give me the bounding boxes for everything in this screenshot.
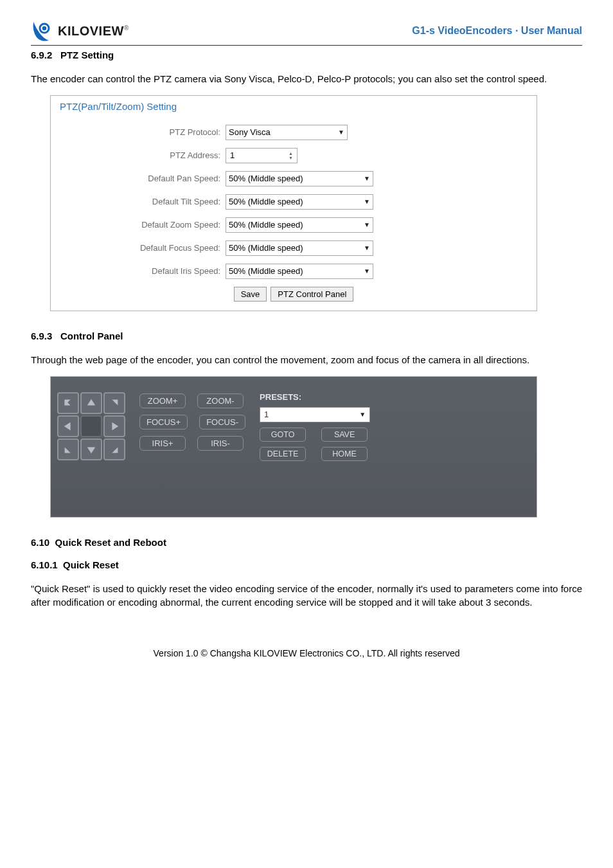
iris-open-button[interactable]: IRIS+ (139, 436, 186, 451)
direction-up-right-button[interactable] (103, 392, 125, 414)
label-iris-speed: Default Iris Speed: (60, 266, 226, 276)
save-button[interactable]: Save (234, 287, 267, 302)
page-footer: Version 1.0 © Changsha KILOVIEW Electron… (31, 648, 582, 658)
preset-goto-button[interactable]: GOTO (260, 428, 306, 442)
logo-text: KILOVIEW® (58, 24, 129, 39)
input-ptz-address[interactable]: 1 ▲▼ (226, 148, 298, 163)
ptz-setting-body: The encoder can control the PTZ camera v… (31, 72, 582, 86)
focus-in-button[interactable]: FOCUS+ (139, 415, 188, 429)
direction-down-button[interactable] (80, 439, 102, 460)
chevron-down-icon: ▼ (364, 267, 370, 275)
control-panel-body: Through the web page of the encoder, you… (31, 353, 582, 367)
ptz-control-panel: ZOOM+ ZOOM- FOCUS+ FOCUS- IRIS+ IRIS- PR… (50, 376, 537, 518)
section-quick-reset-reboot: 6.10 Quick Reset and Reboot (31, 537, 582, 548)
label-zoom-speed: Default Zoom Speed: (60, 220, 226, 230)
label-pan-speed: Default Pan Speed: (60, 174, 226, 183)
ptz-control-panel-button[interactable]: PTZ Control Panel (271, 287, 353, 302)
preset-home-button[interactable]: HOME (321, 447, 368, 461)
direction-pad (57, 392, 125, 511)
section-control-panel: 6.9.3 Control Panel (31, 330, 582, 341)
chevron-down-icon: ▼ (359, 411, 366, 418)
ptz-settings-panel: PTZ(Pan/Tilt/Zoom) Setting PTZ Protocol:… (50, 95, 537, 311)
presets-label: PRESETS: (260, 392, 370, 402)
quick-reset-body: "Quick Reset" is used to quickly reset t… (31, 582, 582, 610)
page-header: KILOVIEW® G1-s VideoEncoders · User Manu… (31, 19, 582, 42)
logo-icon (31, 19, 54, 42)
label-ptz-address: PTZ Address: (60, 150, 226, 160)
preset-delete-button[interactable]: DELETE (260, 447, 306, 461)
label-ptz-protocol: PTZ Protocol: (60, 127, 226, 137)
header-rule (31, 45, 582, 46)
focus-out-button[interactable]: FOCUS- (199, 415, 245, 429)
direction-left-button[interactable] (57, 415, 79, 437)
chevron-down-icon: ▼ (364, 244, 370, 251)
select-iris-speed[interactable]: 50% (Middle speed)▼ (226, 264, 373, 279)
label-tilt-speed: Default Tilt Speed: (60, 197, 226, 206)
iris-close-button[interactable]: IRIS- (197, 436, 244, 451)
section-quick-reset: 6.10.1 Quick Reset (31, 559, 582, 570)
direction-down-right-button[interactable] (103, 439, 125, 460)
svg-point-1 (42, 26, 47, 31)
direction-up-left-button[interactable] (57, 392, 79, 414)
select-ptz-protocol[interactable]: Sony Visca▼ (226, 125, 348, 140)
spinner-arrows-icon[interactable]: ▲▼ (289, 151, 293, 160)
document-title: G1-s VideoEncoders · User Manual (412, 25, 582, 37)
preset-save-button[interactable]: SAVE (321, 428, 368, 442)
select-zoom-speed[interactable]: 50% (Middle speed)▼ (226, 217, 373, 233)
select-tilt-speed[interactable]: 50% (Middle speed)▼ (226, 194, 373, 210)
label-focus-speed: Default Focus Speed: (60, 243, 226, 253)
chevron-down-icon: ▼ (364, 221, 370, 228)
select-pan-speed[interactable]: 50% (Middle speed)▼ (226, 171, 373, 186)
select-focus-speed[interactable]: 50% (Middle speed)▼ (226, 240, 373, 256)
preset-select[interactable]: 1▼ (260, 407, 370, 422)
section-ptz-setting: 6.9.2 PTZ Setting (31, 50, 582, 60)
chevron-down-icon: ▼ (364, 175, 370, 182)
chevron-down-icon: ▼ (338, 129, 344, 136)
zoom-in-button[interactable]: ZOOM+ (139, 393, 186, 408)
ptz-panel-title: PTZ(Pan/Tilt/Zoom) Setting (60, 101, 528, 112)
logo: KILOVIEW® (31, 19, 129, 42)
direction-center-button[interactable] (80, 415, 102, 437)
direction-down-left-button[interactable] (57, 439, 79, 460)
direction-right-button[interactable] (103, 415, 125, 437)
direction-up-button[interactable] (80, 392, 102, 414)
chevron-down-icon: ▼ (364, 198, 370, 205)
zoom-out-button[interactable]: ZOOM- (197, 393, 244, 408)
